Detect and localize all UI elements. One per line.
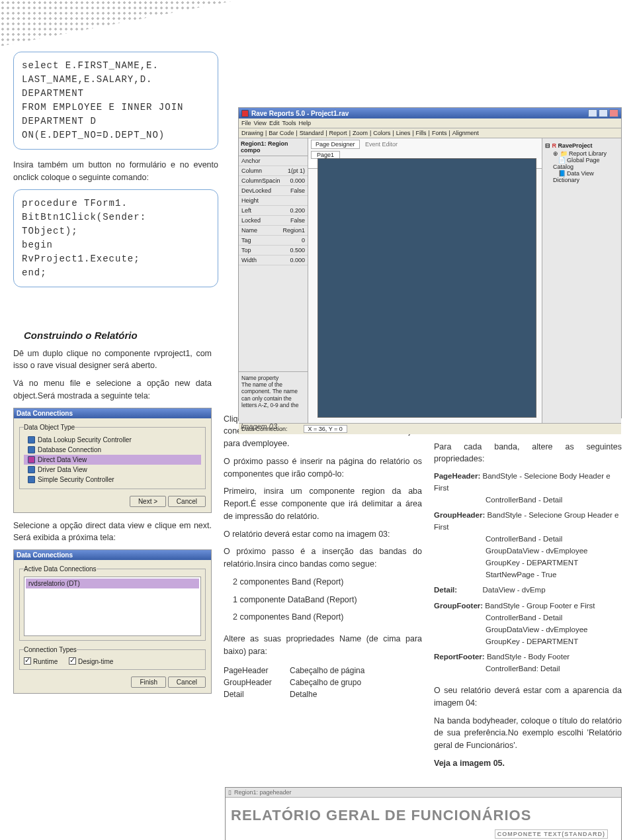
- paragraph: Veja a imagem 05.: [434, 757, 622, 770]
- code-line: end;: [22, 266, 210, 280]
- menu-help[interactable]: Help: [298, 120, 311, 126]
- code-line: TObject);: [22, 224, 210, 238]
- paragraph: Altere as suas propriedades Name (de cim…: [224, 633, 422, 658]
- finish-button[interactable]: Finish: [131, 677, 166, 688]
- caption-imagem03: Imagem 03: [241, 422, 622, 430]
- pascal-code-box: procedure TForm1. BitBtn1Click(Sender: T…: [13, 189, 218, 287]
- paragraph: Dê um duplo clique no componente rvproje…: [13, 348, 212, 373]
- group-label: Connection Types: [24, 646, 77, 653]
- cancel-button[interactable]: Cancel: [168, 496, 206, 507]
- paragraph: O seu relatório deverá estar com a apare…: [434, 684, 622, 710]
- list-item[interactable]: Database Connection: [24, 445, 201, 455]
- rave-titlebar: Rave Reports 5.0 - Project1.rav: [239, 108, 621, 118]
- paragraph: Para cada banda, altere as seguintes pro…: [434, 441, 622, 466]
- section-heading: Construindo o Relatório: [24, 330, 212, 341]
- code-line: begin: [22, 238, 210, 252]
- code-line: LAST_NAME,E.SALARY,D.: [22, 73, 210, 87]
- rave-canvas-area[interactable]: Page Designer Event Editor Page1: [308, 138, 542, 423]
- list-item[interactable]: Driver Data View: [24, 465, 201, 475]
- tab-barcode[interactable]: Bar Code: [269, 130, 294, 136]
- code-line: RvProject1.Execute;: [22, 252, 210, 266]
- code-line: select E.FIRST_NAME,E.: [22, 59, 210, 73]
- report-title: RELATÓRIO GERAL DE FUNCIONÁRIOS: [231, 807, 531, 823]
- tab-fonts[interactable]: Fonts: [432, 130, 447, 136]
- tab-alignment[interactable]: Alignment: [452, 130, 479, 136]
- component-label: COMPONETE TEXT(STANDARD): [495, 829, 608, 839]
- tab-report[interactable]: Report: [329, 130, 347, 136]
- tab-standard[interactable]: Standard: [300, 130, 324, 136]
- next-button[interactable]: Next >: [130, 496, 166, 507]
- list-item-selected[interactable]: Direct Data View: [24, 455, 201, 465]
- window-title: Rave Reports 5.0 - Project1.rav: [251, 110, 349, 117]
- paragraph: O relatório deverá estar como na imagem …: [224, 528, 422, 541]
- code-line: ON(E.DEPT_NO=D.DEPT_NO): [22, 128, 210, 142]
- rave-screenshot: Rave Reports 5.0 - Project1.rav File Vie…: [238, 107, 622, 430]
- rave-tab-strip[interactable]: Drawing| Bar Code| Standard| Report| Zoo…: [239, 128, 621, 138]
- dialog-title: Data Connections: [17, 410, 73, 417]
- region-label: Region1: pageheader: [234, 789, 292, 796]
- list-item[interactable]: Data Lookup Security Controller: [24, 435, 201, 445]
- dialog-title: Data Connections: [17, 551, 73, 559]
- list-line: 1 componente DataBand (Report): [224, 594, 422, 606]
- tab-zoom[interactable]: Zoom: [353, 130, 368, 136]
- data-connections-dialog-1: Data Connections Data Object Type Data L…: [13, 408, 212, 513]
- tree-root[interactable]: RaveProject: [558, 142, 593, 149]
- paragraph: Selecione a opção direct data view e cli…: [13, 520, 212, 545]
- tab-lines[interactable]: Lines: [396, 130, 411, 136]
- mid-tab-designer[interactable]: Page Designer: [311, 140, 360, 149]
- sql-code-box: select E.FIRST_NAME,E. LAST_NAME,E.SALAR…: [13, 52, 218, 150]
- app-icon: [241, 110, 249, 117]
- designtime-checkbox[interactable]: [69, 657, 76, 665]
- group-label: Data Object Type: [24, 424, 75, 431]
- rave-property-panel: Region1: Region compo Anchor Column1(pt …: [239, 138, 308, 423]
- menu-tools[interactable]: Tools: [282, 120, 296, 126]
- code-line: FROM EMPLOYEE E INNER JOIN: [22, 101, 210, 115]
- paragraph: Vá no menu file e selecione a opção new …: [13, 377, 212, 402]
- group-label: Active Data Connections: [24, 565, 97, 573]
- tab-drawing[interactable]: Drawing: [241, 130, 263, 136]
- cancel-button[interactable]: Cancel: [168, 677, 206, 688]
- paragraph: Insira também um button no formulário e …: [13, 159, 218, 184]
- tab-colors[interactable]: Colors: [373, 130, 390, 136]
- menu-view[interactable]: View: [254, 120, 267, 126]
- data-connections-dialog-2: Data Connections Active Data Connections…: [13, 549, 212, 694]
- code-line: BitBtn1Click(Sender:: [22, 210, 210, 224]
- tree-item[interactable]: Global Page Catalog: [553, 157, 600, 170]
- prop-title: Region1: Region compo: [239, 138, 308, 156]
- list-line: 2 componentes Band (Report): [224, 611, 422, 624]
- paragraph: Primeiro, insira um componente region da…: [224, 485, 422, 522]
- code-line: procedure TForm1.: [22, 197, 210, 210]
- code-line: DEPARTMENT D: [22, 115, 210, 128]
- paragraph: Na banda bodyheader, coloque o título do…: [434, 715, 622, 752]
- decorative-dots: [0, 0, 238, 46]
- report-preview-strip: ▯Region1: pageheader RELATÓRIO GERAL DE …: [225, 787, 622, 841]
- window-buttons[interactable]: [588, 109, 618, 117]
- rave-menu[interactable]: File View Edit Tools Help: [239, 118, 621, 128]
- sizer-icon: ▯: [228, 789, 232, 796]
- design-canvas[interactable]: [318, 158, 536, 418]
- tree-item[interactable]: Report Library: [569, 150, 607, 157]
- rave-tree-panel: ⊟ R RaveProject ⊕ 📁 Report Library 📄 Glo…: [542, 138, 621, 423]
- prop-help: Name property The name of the component.…: [239, 371, 308, 411]
- menu-file[interactable]: File: [241, 120, 251, 126]
- list-item[interactable]: Simple Security Controller: [24, 475, 201, 485]
- tree-item[interactable]: Data View Dictionary: [553, 170, 594, 183]
- tab-fills[interactable]: Fills: [416, 130, 427, 136]
- code-line: DEPARTMENT: [22, 87, 210, 101]
- status-coords: X = 36, Y = 0: [304, 425, 347, 433]
- list-line: 2 componentes Band (Report): [224, 576, 422, 588]
- mid-tab-event[interactable]: Event Editor: [361, 140, 402, 148]
- paragraph: O próximo passo é inserir na página do r…: [224, 455, 422, 481]
- menu-edit[interactable]: Edit: [269, 120, 280, 126]
- active-connection-item[interactable]: rvdsrelatorio (DT): [26, 579, 199, 588]
- runtime-checkbox[interactable]: [24, 657, 31, 665]
- paragraph: O próximo passo é a inserção das bandas …: [224, 545, 422, 571]
